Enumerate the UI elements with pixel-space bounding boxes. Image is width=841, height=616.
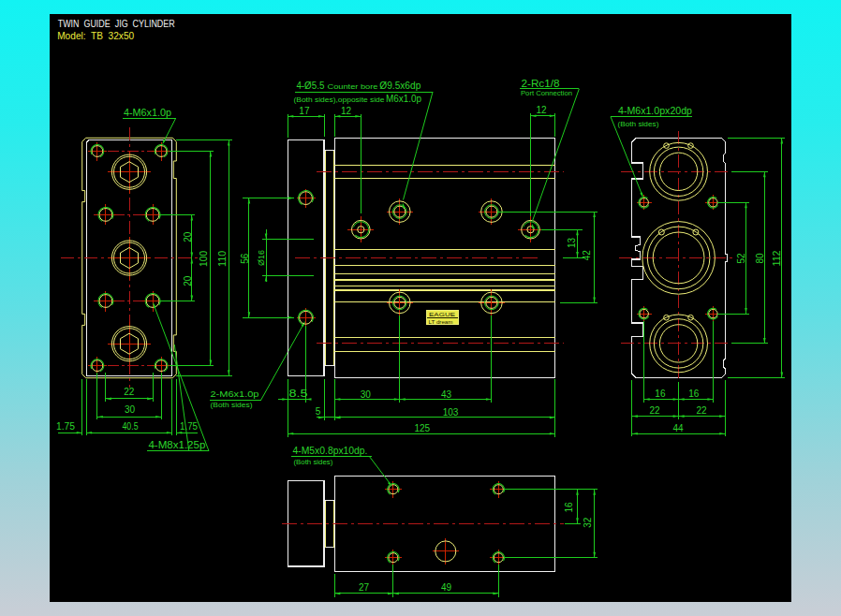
svg-text:2-M6x1.0p: 2-M6x1.0p bbox=[211, 389, 259, 399]
svg-text:56: 56 bbox=[240, 253, 250, 264]
svg-text:1.75: 1.75 bbox=[180, 421, 198, 432]
svg-text:(Both sides),opposite side: (Both sides),opposite side bbox=[294, 95, 385, 104]
svg-text:(Both sides): (Both sides) bbox=[211, 401, 254, 409]
svg-text:16: 16 bbox=[688, 389, 700, 399]
svg-text:(Both sides): (Both sides) bbox=[293, 458, 333, 466]
svg-text:22: 22 bbox=[650, 405, 661, 416]
svg-text:Counter bore: Counter bore bbox=[328, 82, 378, 91]
svg-text:17: 17 bbox=[299, 106, 310, 116]
svg-text:4-M8x1.25p: 4-M8x1.25p bbox=[148, 440, 206, 450]
svg-text:12: 12 bbox=[341, 106, 352, 116]
svg-text:Model: TB 32x50: Model: TB 32x50 bbox=[57, 30, 134, 41]
svg-text:40.5: 40.5 bbox=[123, 421, 139, 432]
svg-text:20: 20 bbox=[183, 231, 193, 242]
svg-text:Port Connection: Port Connection bbox=[521, 89, 572, 97]
svg-text:30: 30 bbox=[361, 389, 372, 400]
svg-text:2-Rc1/8: 2-Rc1/8 bbox=[522, 79, 561, 89]
svg-text:49: 49 bbox=[441, 582, 452, 593]
svg-text:27: 27 bbox=[359, 582, 370, 593]
svg-text:16: 16 bbox=[655, 389, 666, 399]
svg-text:4-M5x0.8px10dp.: 4-M5x0.8px10dp. bbox=[293, 446, 368, 456]
svg-text:M6x1.0p: M6x1.0p bbox=[386, 94, 421, 104]
svg-text:4-Ø5.5: 4-Ø5.5 bbox=[296, 81, 324, 91]
svg-text:125: 125 bbox=[414, 423, 430, 433]
svg-text:5: 5 bbox=[316, 406, 321, 417]
svg-text:22: 22 bbox=[124, 387, 135, 397]
svg-text:8.5: 8.5 bbox=[289, 389, 309, 399]
svg-text:80: 80 bbox=[755, 253, 765, 264]
svg-text:LT dream: LT dream bbox=[429, 319, 453, 325]
svg-text:42: 42 bbox=[582, 250, 592, 261]
svg-text:(Both sides): (Both sides) bbox=[617, 120, 659, 128]
svg-text:12: 12 bbox=[536, 105, 547, 115]
svg-text:16: 16 bbox=[564, 502, 574, 513]
svg-text:100: 100 bbox=[199, 250, 209, 266]
svg-text:43: 43 bbox=[441, 389, 452, 400]
svg-text:22: 22 bbox=[696, 405, 707, 416]
svg-text:Ø9.5x6dp: Ø9.5x6dp bbox=[379, 81, 420, 91]
svg-text:44: 44 bbox=[672, 423, 684, 433]
svg-text:Ø16: Ø16 bbox=[257, 250, 266, 266]
svg-text:4-M6x1.0p: 4-M6x1.0p bbox=[124, 108, 171, 118]
svg-text:30: 30 bbox=[125, 404, 136, 415]
svg-text:EAGUE: EAGUE bbox=[429, 311, 455, 317]
svg-text:110: 110 bbox=[217, 250, 228, 266]
svg-text:32: 32 bbox=[583, 517, 593, 528]
svg-text:TWIN GUIDE JIG CYLINDER: TWIN GUIDE JIG CYLINDER bbox=[58, 18, 175, 29]
svg-text:20: 20 bbox=[183, 275, 193, 286]
svg-text:103: 103 bbox=[443, 407, 459, 418]
svg-text:1.75: 1.75 bbox=[56, 421, 75, 432]
svg-text:4-M6x1.0px20dp: 4-M6x1.0px20dp bbox=[618, 106, 692, 116]
svg-text:52: 52 bbox=[736, 253, 746, 264]
svg-text:112: 112 bbox=[772, 250, 782, 266]
svg-text:13: 13 bbox=[567, 238, 577, 249]
